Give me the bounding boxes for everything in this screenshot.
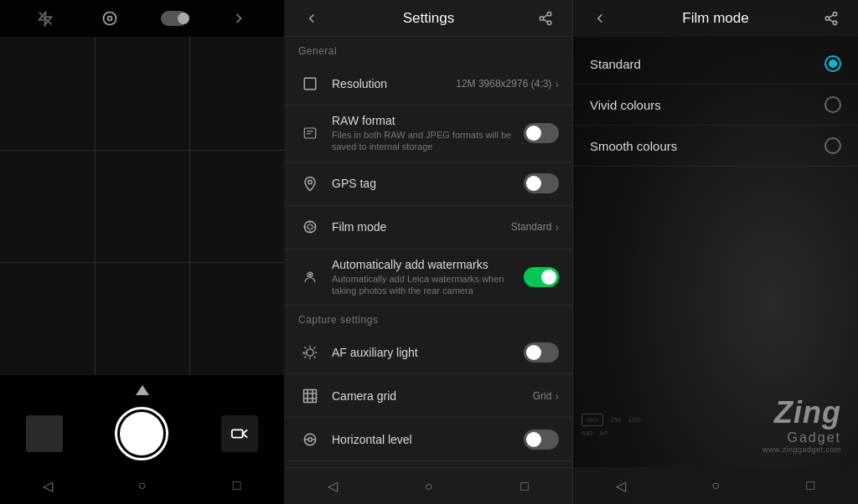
camera-grid-value-wrap: Grid ›: [533, 389, 559, 403]
af-light-toggle[interactable]: [524, 342, 559, 363]
horizontal-level-item[interactable]: Horizontal level: [285, 418, 572, 461]
photo-thumbnail[interactable]: [26, 415, 63, 452]
film-mode-icon: [298, 215, 322, 239]
grid-overlay: [0, 37, 284, 375]
film-home-nav[interactable]: ○: [702, 472, 729, 499]
watermark-toggle-wrap[interactable]: [524, 267, 559, 287]
film-mode-title: Film mode: [613, 10, 818, 27]
svg-point-6: [547, 21, 551, 25]
film-option-smooth-radio[interactable]: [824, 137, 841, 154]
film-option-standard[interactable]: Standard: [573, 44, 858, 85]
svg-line-28: [314, 356, 316, 357]
svg-point-21: [309, 274, 311, 275]
film-back-nav[interactable]: ◁: [607, 472, 634, 499]
af-light-icon: AF: [298, 341, 322, 364]
svg-point-2: [108, 17, 112, 21]
svg-line-7: [543, 19, 547, 22]
shutter-button[interactable]: [115, 407, 168, 460]
film-mode-panel: ISO 150 1/20 640 AF Film mode Standard: [573, 0, 858, 504]
gps-toggle-wrap[interactable]: [524, 173, 559, 193]
camera-controls-row: [0, 400, 284, 467]
general-section-header: General: [285, 37, 572, 62]
settings-nav-bar: ◁ ○ □: [285, 467, 572, 504]
camera-grid-content: Camera grid: [332, 389, 526, 403]
raw-format-label: RAW format: [332, 114, 517, 127]
settings-back-nav[interactable]: ◁: [319, 473, 346, 500]
exposure-control[interactable]: [117, 380, 168, 400]
recent-nav-icon[interactable]: □: [224, 472, 251, 499]
camera-grid-icon: [298, 384, 322, 408]
horizontal-level-label: Horizontal level: [332, 433, 517, 446]
horizontal-level-toggle-wrap[interactable]: [524, 429, 559, 450]
settings-back-icon[interactable]: [298, 5, 325, 32]
camera-nav-bar: ◁ ○ □: [0, 467, 284, 504]
watermark-item[interactable]: Automatically add watermarks Automatical…: [285, 249, 572, 306]
settings-home-nav[interactable]: ○: [415, 473, 442, 500]
film-option-smooth[interactable]: Smooth colours: [573, 126, 858, 167]
camera-modes-icon[interactable]: [96, 5, 123, 32]
horizontal-level-toggle[interactable]: [524, 429, 559, 450]
film-back-icon[interactable]: [587, 5, 613, 32]
gps-toggle[interactable]: [524, 173, 559, 193]
film-option-smooth-label: Smooth colours: [590, 139, 824, 153]
svg-point-13: [308, 180, 313, 184]
svg-point-46: [833, 21, 837, 25]
gps-content: GPS tag: [332, 177, 517, 190]
svg-point-15: [308, 224, 313, 229]
home-nav-icon[interactable]: ○: [129, 472, 156, 499]
svg-point-44: [833, 13, 837, 17]
svg-rect-10: [304, 128, 316, 138]
menu-icon[interactable]: [225, 5, 252, 32]
horizontal-level-content: Horizontal level: [332, 433, 517, 446]
af-light-item[interactable]: AF AF auxiliary light: [285, 331, 572, 374]
settings-top-bar: Settings: [285, 0, 572, 37]
film-share-icon[interactable]: [818, 5, 845, 32]
settings-panel: Settings General Resolution 12M 3968x297…: [285, 0, 573, 504]
svg-line-8: [543, 14, 547, 17]
film-recent-nav[interactable]: □: [797, 472, 824, 499]
raw-format-icon: [298, 121, 322, 145]
film-nav-bar: ◁ ○ □: [573, 467, 858, 504]
settings-recent-nav[interactable]: □: [511, 473, 538, 500]
film-option-vivid-label: Vivid colours: [590, 98, 824, 112]
settings-share-icon[interactable]: [532, 5, 559, 32]
mute-item[interactable]: Mute: [285, 461, 572, 467]
flash-icon[interactable]: [32, 5, 59, 32]
svg-point-4: [547, 12, 551, 16]
film-mode-label: Film mode: [332, 220, 504, 234]
toggle-switch-icon[interactable]: [161, 5, 188, 32]
camera-viewfinder-panel: ◁ ○ □: [0, 0, 285, 504]
raw-format-item[interactable]: RAW format Files in both RAW and JPEG fo…: [285, 105, 572, 162]
horizontal-level-icon: [298, 428, 322, 451]
film-mode-top-bar: Film mode: [573, 0, 858, 37]
camera-grid-item[interactable]: Camera grid Grid ›: [285, 374, 572, 418]
film-option-vivid-radio[interactable]: [824, 96, 841, 113]
watermark-sub: Automatically add Leica watermarks when …: [332, 273, 517, 297]
film-option-standard-radio[interactable]: [824, 55, 841, 72]
video-mode-button[interactable]: [221, 415, 258, 452]
camera-grid-chevron: ›: [555, 389, 559, 403]
film-options-list: Standard Vivid colours Smooth colours: [573, 37, 858, 467]
back-nav-icon[interactable]: ◁: [34, 472, 61, 499]
watermark-toggle[interactable]: [524, 267, 559, 287]
settings-title: Settings: [325, 10, 532, 27]
svg-point-1: [104, 13, 116, 25]
gps-tag-item[interactable]: GPS tag: [285, 162, 572, 206]
raw-format-toggle[interactable]: [524, 123, 559, 143]
svg-line-30: [305, 356, 307, 357]
film-option-vivid[interactable]: Vivid colours: [573, 85, 858, 126]
film-mode-item[interactable]: Film mode Standard ›: [285, 206, 572, 249]
svg-line-48: [829, 15, 833, 18]
af-light-toggle-wrap[interactable]: [524, 342, 559, 363]
watermark-icon: [298, 265, 322, 289]
resolution-item[interactable]: Resolution 12M 3968x2976 (4:3) ›: [285, 62, 572, 105]
svg-point-38: [308, 437, 313, 441]
raw-format-sub: Files in both RAW and JPEG formats will …: [332, 129, 517, 153]
resolution-icon: [298, 72, 322, 95]
capture-section-header: Capture settings: [285, 306, 572, 331]
gps-icon: [298, 172, 322, 195]
watermark-label: Automatically add watermarks: [332, 258, 517, 271]
af-light-content: AF auxiliary light: [332, 346, 517, 359]
raw-format-toggle-wrap[interactable]: [524, 123, 559, 143]
svg-line-47: [829, 19, 833, 22]
